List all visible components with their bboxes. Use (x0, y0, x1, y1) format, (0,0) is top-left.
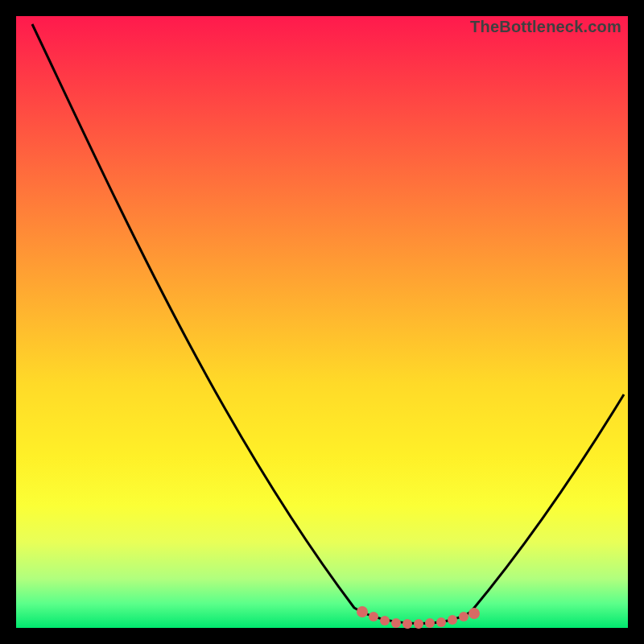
accent-dot (425, 618, 435, 628)
accent-dot (414, 619, 423, 629)
accent-dot (357, 606, 368, 617)
accent-dot (402, 619, 412, 629)
accent-dot (459, 612, 469, 621)
accent-dot (469, 608, 480, 619)
accent-dot (436, 617, 446, 627)
accent-dot (380, 616, 390, 625)
accent-dot (391, 618, 401, 628)
bottleneck-curve (32, 24, 624, 623)
plot-area: TheBottleneck.com (16, 16, 628, 628)
curve-layer (16, 16, 628, 628)
chart-frame: TheBottleneck.com (0, 0, 644, 644)
accent-dot (448, 615, 457, 625)
accent-dot (369, 612, 378, 621)
